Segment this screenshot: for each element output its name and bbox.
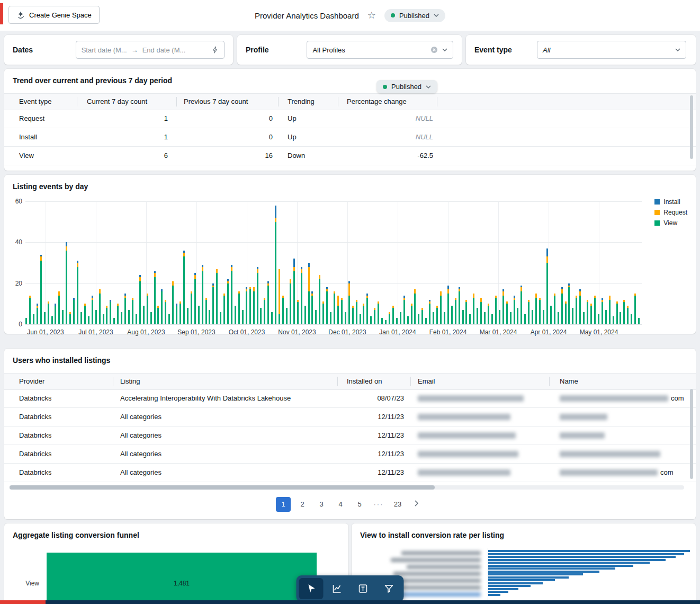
legend-item[interactable]: Request: [654, 209, 687, 216]
published-floating-dropdown[interactable]: Published: [376, 80, 437, 93]
installed-on-cell: 12/11/23: [337, 408, 410, 426]
bar-segment-v: [561, 294, 563, 324]
bar-segment-v: [337, 306, 339, 324]
horizontal-scrollbar-thumb[interactable]: [10, 485, 435, 490]
stacked-bar: [543, 310, 544, 324]
bar-segment-v: [297, 302, 299, 325]
bar-segment-v: [462, 310, 464, 324]
stacked-bar: [374, 308, 375, 324]
stacked-bar: [524, 314, 526, 324]
profile-select[interactable]: All Profiles: [307, 41, 453, 59]
bar-segment-v: [25, 318, 27, 324]
favorite-star-icon[interactable]: ☆: [367, 11, 376, 20]
stacked-bar: [590, 304, 592, 324]
add-chart-button[interactable]: [325, 578, 349, 599]
bar-segment-r: [561, 289, 563, 294]
page-button[interactable]: 3: [314, 497, 329, 512]
bar-segment-v: [565, 304, 567, 324]
stacked-bar: [429, 300, 430, 324]
profile-filter-label: Profile: [246, 46, 307, 54]
bar-segment-v: [154, 277, 156, 324]
stacked-bar: [282, 296, 284, 324]
bar-segment-v: [216, 273, 218, 324]
bar-segment-i: [293, 259, 295, 267]
profile-select-value: All Profiles: [312, 46, 430, 54]
bar-segment-v: [477, 308, 478, 324]
stacked-bar: [330, 312, 331, 324]
installed-on-cell: 08/07/23: [337, 389, 410, 407]
bar-segment-v: [150, 312, 152, 324]
event-type-select[interactable]: All: [537, 41, 686, 59]
y-gridline: [25, 242, 642, 243]
bar-segment-v: [366, 298, 368, 324]
conversion-bar: [488, 573, 583, 575]
listing-cell: All categories: [120, 408, 332, 426]
trend-table-body: Request10UpNULLInstall10UpNULLView616Dow…: [4, 110, 696, 165]
stacked-bar: [326, 287, 328, 324]
users-column-header: Listing: [120, 374, 140, 389]
bar-segment-r: [279, 269, 280, 314]
stacked-bar: [55, 304, 56, 324]
stacked-bar: [480, 298, 482, 324]
page-button[interactable]: 1: [276, 497, 291, 512]
next-page-button[interactable]: [409, 497, 424, 512]
stacked-bar: [231, 265, 232, 324]
bar-segment-v: [638, 318, 640, 324]
bar-segment-v: [510, 312, 511, 324]
page-button[interactable]: 4: [333, 497, 348, 512]
page-button[interactable]: 2: [295, 497, 310, 512]
legend-item[interactable]: View: [654, 219, 687, 227]
bar-segment-v: [579, 296, 581, 324]
vertical-scrollbar-thumb[interactable]: [690, 389, 693, 479]
bar-segment-v: [202, 271, 203, 325]
horizontal-scrollbar[interactable]: [10, 485, 684, 490]
legend-item[interactable]: Install: [654, 198, 687, 206]
trend-table-row: Install10UpNULL: [4, 128, 696, 147]
stacked-bar: [433, 312, 434, 324]
top-header: Create Genie Space Provider Analytics Da…: [0, 0, 700, 31]
published-status-dropdown[interactable]: Published: [384, 9, 445, 22]
bar-segment-v: [124, 298, 126, 324]
x-axis-label: Dec 01, 2023: [318, 328, 376, 336]
conversion-bar: [488, 559, 666, 561]
stacked-bar: [216, 269, 218, 324]
stacked-bar: [69, 312, 71, 324]
stacked-bar: [587, 300, 588, 324]
published-dot-icon: [383, 85, 387, 89]
bar-segment-v: [543, 310, 544, 324]
clear-selection-icon[interactable]: [430, 46, 438, 54]
stacked-bar: [165, 300, 166, 324]
bar-segment-v: [308, 291, 310, 324]
chevron-down-icon: [434, 14, 439, 17]
bottom-window-strip: [0, 600, 700, 604]
page-button[interactable]: 5: [352, 497, 367, 512]
cursor-tool-button[interactable]: [299, 578, 324, 599]
legend-label: View: [663, 219, 677, 227]
stacked-bar: [440, 291, 442, 324]
add-text-button[interactable]: [351, 578, 375, 599]
bar-segment-v: [627, 308, 629, 324]
installed-on-cell: 12/11/23: [337, 445, 410, 463]
vertical-scrollbar-thumb[interactable]: [690, 95, 693, 159]
page-button[interactable]: 23: [390, 497, 405, 512]
stacked-bar: [202, 265, 203, 324]
quick-range-bolt-icon[interactable]: [212, 46, 219, 54]
x-axis-label: Aug 01, 2023: [117, 328, 175, 336]
add-filter-button[interactable]: [377, 578, 401, 599]
y-axis-label: 60: [7, 198, 22, 205]
month-gridline: [498, 201, 499, 324]
stacked-bar: [235, 306, 236, 324]
previous-count-cell: 0: [176, 128, 273, 146]
current-count-cell: 1: [77, 110, 168, 128]
bar-segment-r: [414, 289, 416, 294]
chevron-right-icon: [415, 500, 419, 507]
listing-cell: All categories: [120, 445, 332, 463]
stacked-bar: [554, 294, 555, 324]
date-range-input[interactable]: Start date (M... → End date (M...: [76, 41, 225, 59]
conversion-bar: [488, 579, 555, 581]
bar-segment-i: [546, 248, 548, 257]
stacked-bar: [242, 310, 244, 324]
stacked-bar: [602, 298, 603, 324]
bar-segment-v: [535, 298, 537, 324]
stacked-bar: [264, 298, 265, 324]
